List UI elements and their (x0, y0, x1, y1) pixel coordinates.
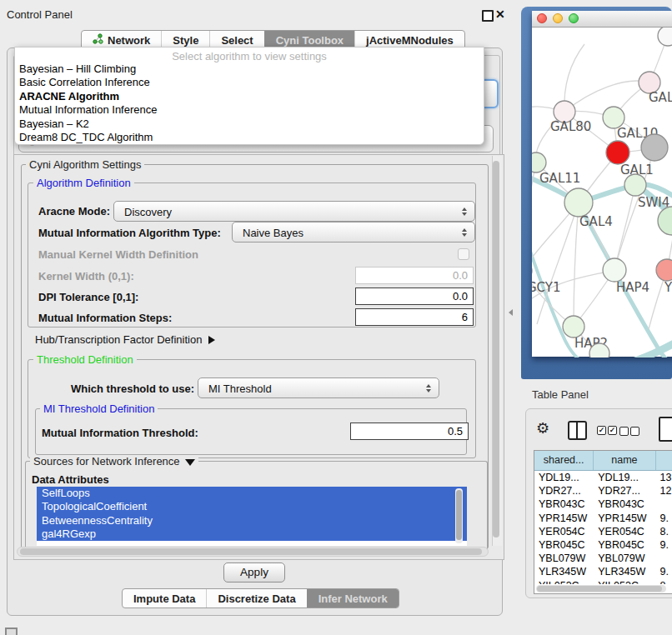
mi-steps-label: Mutual Information Steps: (38, 312, 172, 324)
network-edge[interactable] (574, 202, 579, 327)
network-edge[interactable] (564, 81, 649, 112)
node-label: GCY1 (532, 280, 561, 295)
node-label: Y (664, 280, 672, 295)
network-node[interactable] (658, 28, 672, 46)
float-window-icon[interactable] (482, 10, 494, 22)
table-horizontal-scrollbar-thumb[interactable] (537, 586, 662, 592)
network-node[interactable] (589, 343, 609, 358)
network-node-gal11[interactable] (532, 152, 546, 172)
which-threshold-value: MI Threshold (208, 382, 272, 394)
splitter-arrow-icon[interactable] (509, 309, 513, 316)
export-table-icon[interactable] (659, 417, 672, 442)
mi-threshold-group-title: MI Threshold Definition (40, 402, 158, 415)
table-cell: 9. (656, 538, 672, 552)
column-header-name[interactable]: name (594, 451, 655, 470)
table-cell (656, 498, 672, 511)
table-row[interactable]: YBL079WYBL079W (534, 552, 672, 565)
minimize-traffic-light-icon[interactable] (553, 13, 563, 23)
table-cell: YBR043C (594, 498, 655, 511)
attribute-item-topologicalcoefficient[interactable]: TopologicalCoefficient (37, 500, 467, 513)
docked-panel-icon[interactable] (5, 628, 18, 635)
attribute-item-selfloops[interactable]: SelfLoops (37, 487, 467, 500)
checked-checkbox-icon[interactable]: ✓ (608, 426, 617, 435)
table-row[interactable]: YIL053CYIL053C8 (534, 579, 672, 585)
control-panel-title: Control Panel (7, 8, 73, 21)
chevron-down-icon (185, 459, 195, 466)
table-cell: YIL053C (534, 579, 594, 585)
algorithm-option-mutual-information-inference[interactable]: Mutual Information Inference (15, 103, 484, 117)
mi-threshold-field[interactable]: 0.5 (350, 422, 469, 440)
node-label: GAL11 (539, 171, 580, 186)
network-window-frame[interactable]: GALGAL80GAL10GAL1GAL11SWI4GAL4GCY1HAP4YH… (521, 7, 672, 379)
mi-type-combo[interactable]: Naive Bayes (232, 222, 475, 242)
network-window-titlebar[interactable] (532, 11, 672, 28)
settings-vertical-scrollbar-thumb[interactable] (493, 161, 499, 538)
checked-checkbox-icon[interactable]: ✓ (597, 426, 606, 435)
tab-impute-data[interactable]: Impute Data (123, 589, 206, 608)
tab-discretize-data[interactable]: Discretize Data (206, 589, 306, 608)
network-node-swi4[interactable] (624, 174, 646, 196)
algorithm-option-basic-correlation-inference[interactable]: Basic Correlation Inference (15, 76, 484, 89)
tab-label: Discretize Data (218, 592, 295, 605)
table-header-row: shared...nameA (534, 451, 672, 471)
algorithm-option-bayesian-k2[interactable]: Bayesian – K2 (15, 118, 484, 131)
table-cell: YDR27... (594, 484, 655, 498)
manual-kernel-checkbox[interactable] (458, 248, 469, 260)
algorithm-option-bayesian-hill-climbing[interactable]: Bayesian – Hill Climbing (15, 62, 484, 76)
attribute-item-gal4rgexp[interactable]: gal4RGexp (37, 528, 467, 541)
mi-steps-field[interactable]: 6 (355, 308, 474, 326)
kernel-width-label: Kernel Width (0,1): (38, 270, 134, 282)
table-row[interactable]: YDR27...YDR27...12 (534, 484, 672, 498)
network-node-hap2[interactable] (563, 316, 584, 338)
hub-definition-expander[interactable]: Hub/Transcription Factor Definition (35, 333, 215, 346)
tab-infer-network[interactable]: Infer Network (307, 589, 399, 608)
network-node-y[interactable] (656, 259, 672, 281)
attribute-item-betweennesscentrality[interactable]: BetweennessCentrality (37, 514, 467, 528)
algorithm-dropdown-placeholder: Select algorithm to view settings (15, 48, 484, 62)
column-header-shared-[interactable]: shared... (534, 451, 594, 470)
network-node-gal1[interactable] (606, 141, 629, 164)
network-node[interactable] (641, 134, 668, 161)
table-cell: YDR27... (534, 484, 594, 498)
table-row[interactable]: YLR345WYLR345W9. (534, 565, 672, 578)
chevron-right-icon (208, 336, 215, 344)
manual-kernel-label: Manual Kernel Width Definition (38, 248, 198, 261)
tab-label: Infer Network (318, 592, 388, 605)
algorithm-option-dream8-dc-tdc-algorithm[interactable]: Dream8 DC_TDC Algorithm (15, 131, 484, 144)
settings-horizontal-scrollbar-thumb[interactable] (20, 548, 482, 555)
aracne-mode-combo[interactable]: Discovery (113, 201, 475, 222)
network-canvas[interactable]: GALGAL80GAL10GAL1GAL11SWI4GAL4GCY1HAP4YH… (532, 28, 672, 358)
network-node-gal4[interactable] (564, 188, 593, 217)
table-panel-title: Table Panel (532, 388, 589, 401)
network-window: GALGAL80GAL10GAL1GAL11SWI4GAL4GCY1HAP4YH… (532, 11, 672, 357)
attributes-scrollbar-thumb[interactable] (456, 490, 462, 540)
column-header-a[interactable]: A (656, 451, 672, 470)
table-row[interactable]: YER054CYER054C8. (534, 525, 672, 538)
network-edge[interactable] (630, 341, 672, 358)
column-selector-icon[interactable] (568, 421, 587, 440)
table-row[interactable]: YBR043CYBR043C (534, 498, 672, 511)
apply-button[interactable]: Apply (223, 562, 285, 582)
unchecked-checkbox-icon[interactable] (630, 427, 639, 436)
unchecked-checkbox-icon[interactable] (619, 427, 629, 436)
kernel-width-field[interactable]: 0.0 (355, 267, 474, 284)
sources-group-title[interactable]: Sources for Network Inference (30, 455, 198, 468)
algorithm-option-aracne-algorithm[interactable]: ARACNE Algorithm (15, 90, 484, 103)
close-icon[interactable]: ✕ (495, 8, 505, 21)
which-threshold-combo[interactable]: MI Threshold (198, 378, 439, 398)
aracne-mode-value: Discovery (124, 205, 172, 218)
table-cell: YBL079W (534, 552, 594, 565)
network-node-hap4[interactable] (603, 258, 626, 282)
network-node[interactable] (658, 207, 672, 235)
zoom-traffic-light-icon[interactable] (569, 13, 579, 23)
algorithm-definition-title: Algorithm Definition (33, 177, 134, 189)
table-cell: 9. (656, 565, 672, 578)
table-row[interactable]: YDL19...YDL19...13 (534, 471, 672, 484)
dpi-tolerance-field[interactable]: 0.0 (355, 288, 474, 305)
network-edge[interactable] (537, 202, 579, 324)
table-row[interactable]: YBR045CYBR045C9. (534, 538, 672, 552)
table-row[interactable]: YPR145WYPR145W9. (534, 512, 672, 525)
close-traffic-light-icon[interactable] (537, 13, 547, 23)
gear-icon[interactable]: ⚙ (536, 419, 549, 437)
network-edge[interactable] (614, 185, 635, 270)
